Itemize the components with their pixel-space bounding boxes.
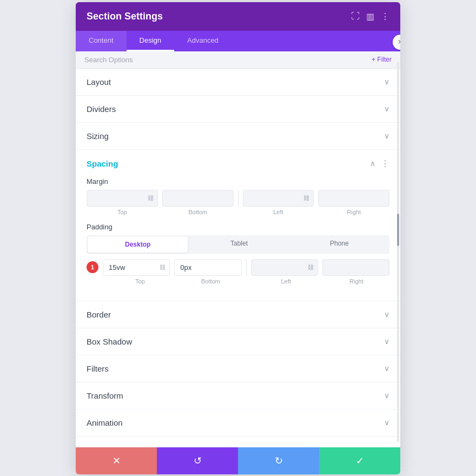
padding-right-label: Right [323,278,389,285]
box-shadow-chevron: ∨ [384,337,389,346]
cancel-icon: ✕ [113,455,121,467]
box-shadow-section-row[interactable]: Box Shadow ∨ [76,328,400,355]
panel-body: Layout ∨ Dividers ∨ Sizing ∨ Spacing ∧ ⋮… [76,69,400,447]
save-button[interactable]: ✓ [319,447,400,474]
padding-right-group [322,259,389,276]
panel-header: Section Settings ⛶ ▥ ⋮ [76,2,400,31]
margin-bottom-label: Bottom [162,209,234,215]
padding-bottom-group [174,259,241,276]
animation-label: Animation [87,418,123,427]
more-icon[interactable]: ⋮ [381,11,389,22]
save-icon: ✓ [356,455,364,467]
reset-icon: ↺ [194,455,202,467]
spacing-more-icon[interactable]: ⋮ [381,158,389,169]
padding-inputs: 1 ⛓ ⛓ [87,259,389,276]
device-tab-tablet[interactable]: Tablet [189,235,289,254]
layout-chevron: ∨ [384,77,389,86]
margin-top-label: Top [87,209,158,215]
padding-label: Padding [87,223,389,231]
padding-bottom-label: Bottom [177,278,243,285]
margin-field-labels: Top Bottom Left Right [87,209,389,215]
step-badge: 1 [87,261,98,273]
header-icons: ⛶ ▥ ⋮ [351,11,389,22]
padding-top-link-icon: ⛓ [160,264,166,270]
spacing-header-icons: ∧ ⋮ [370,158,389,169]
tab-advanced[interactable]: Advanced [174,31,232,51]
columns-icon[interactable]: ▥ [366,11,374,22]
spacing-collapse-icon[interactable]: ∧ [370,159,375,168]
margin-bottom-group [162,190,234,207]
filters-chevron: ∨ [384,364,389,373]
spacing-title: Spacing [87,159,118,168]
panel-title: Section Settings [87,11,163,22]
reset-button[interactable]: ↺ [157,447,238,474]
margin-left-group: ⛓ [243,190,314,207]
padding-bottom-input[interactable] [174,259,241,276]
padding-left-label: Left [253,278,319,285]
padding-field-labels: Top Bottom Left Right [87,278,389,285]
box-shadow-label: Box Shadow [87,337,132,346]
filters-label: Filters [87,364,109,373]
transform-label: Transform [87,391,123,400]
border-section-row[interactable]: Border ∨ [76,301,400,328]
margin-right-input[interactable] [318,190,389,207]
margin-right-label: Right [318,209,389,215]
device-tab-phone[interactable]: Phone [289,235,389,254]
scroll-thumb [397,214,399,246]
sizing-section-row[interactable]: Sizing ∨ [76,123,400,150]
margin-left-label: Left [243,209,314,215]
sizing-label: Sizing [87,131,109,141]
margin-bottom-input[interactable] [162,190,234,207]
animation-chevron: ∨ [384,418,389,427]
search-bar: Search Options + Filter [76,51,400,69]
redo-icon: ↻ [275,455,283,467]
panel-footer: ✕ ↺ ↻ ✓ [76,447,400,474]
tab-content[interactable]: Content [76,31,127,51]
filter-button[interactable]: + Filter [372,56,392,63]
cancel-button[interactable]: ✕ [76,447,157,474]
margin-divider [238,190,239,207]
margin-top-link-icon: ⛓ [148,195,154,201]
layout-label: Layout [87,77,111,87]
margin-label: Margin [87,177,389,186]
scrollbar[interactable] [397,62,399,442]
transform-section-row[interactable]: Transform ∨ [76,382,400,409]
spacing-section: Spacing ∧ ⋮ Margin ⛓ [76,150,400,301]
padding-left-link-icon: ⛓ [308,264,314,270]
margin-left-link-icon: ⛓ [303,195,309,201]
padding-top-group: ⛓ [103,259,170,276]
padding-divider [246,259,247,276]
margin-inputs: ⛓ ⛓ [87,190,389,207]
filters-section-row[interactable]: Filters ∨ [76,355,400,382]
section-settings-panel: ✕ Section Settings ⛶ ▥ ⋮ Content Design … [76,2,400,474]
dividers-label: Dividers [87,104,116,114]
margin-top-group: ⛓ [87,190,158,207]
layout-section-row[interactable]: Layout ∨ [76,69,400,96]
border-chevron: ∨ [384,310,389,319]
transform-chevron: ∨ [384,391,389,400]
padding-top-label: Top [107,278,173,285]
device-tab-desktop[interactable]: Desktop [88,236,188,253]
device-tabs: Desktop Tablet Phone [87,235,389,254]
tab-design[interactable]: Design [127,31,174,51]
expand-icon[interactable]: ⛶ [351,11,360,21]
padding-left-group: ⛓ [251,259,318,276]
spacing-header: Spacing ∧ ⋮ [87,158,389,169]
animation-section-row[interactable]: Animation ∨ [76,409,400,437]
redo-button[interactable]: ↻ [238,447,319,474]
dividers-chevron: ∨ [384,104,389,113]
margin-right-group [318,190,389,207]
search-placeholder: Search Options [84,56,133,64]
dividers-section-row[interactable]: Dividers ∨ [76,96,400,123]
settings-tabs: Content Design Advanced [76,31,400,51]
border-label: Border [87,310,111,319]
padding-right-input[interactable] [322,259,389,276]
sizing-chevron: ∨ [384,131,389,140]
